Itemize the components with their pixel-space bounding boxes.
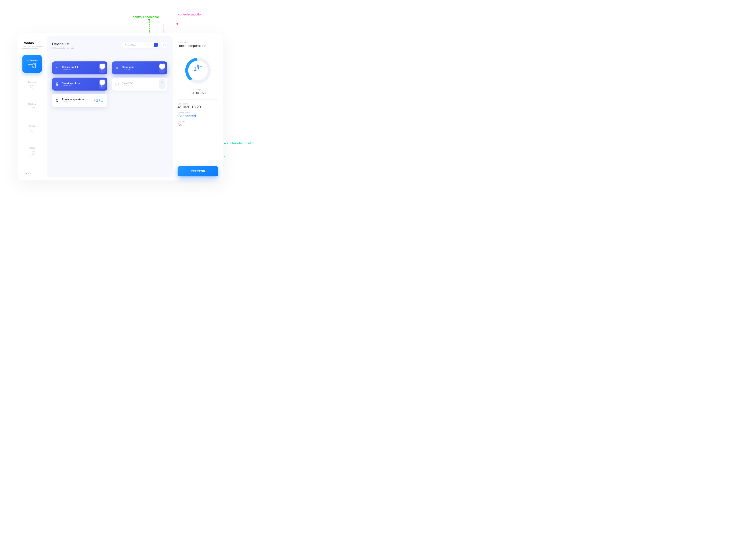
device-name: Room temperature bbox=[62, 98, 91, 101]
app-window: Rooms Select the room you want filter th… bbox=[18, 33, 223, 181]
toggle-knob bbox=[99, 64, 105, 69]
room-icon bbox=[28, 63, 36, 69]
last-update-value: 4/10/20 13:20 bbox=[178, 105, 218, 109]
room-tile-livingroom[interactable]: Livingroom bbox=[23, 55, 42, 73]
svg-point-2 bbox=[57, 83, 57, 83]
callout-hero-label: controls-hero-button bbox=[227, 141, 255, 145]
device-card-smart-speakers[interactable]: Smart speakers Connected On bbox=[52, 78, 107, 90]
search-go-button[interactable] bbox=[154, 43, 158, 47]
callout-dot bbox=[177, 23, 178, 25]
poll-rate-value: 3s bbox=[178, 123, 218, 127]
searchbar[interactable] bbox=[123, 42, 159, 48]
pager-dot[interactable] bbox=[28, 173, 29, 174]
toggle-label: On bbox=[101, 69, 103, 71]
room-label: Livingroom bbox=[27, 59, 38, 61]
device-status: Connected bbox=[62, 101, 91, 103]
main-header: Device list All the available gadgets bbox=[52, 42, 167, 49]
detail-panel: Device alias Room temperature 20°C 10°C … bbox=[173, 33, 223, 181]
main-title: Device list bbox=[52, 42, 120, 46]
device-toggle[interactable]: Off bbox=[159, 79, 165, 89]
room-label: Office bbox=[29, 125, 35, 127]
room-tile-cellar[interactable]: Cellar bbox=[23, 143, 42, 160]
room-list: Livingroom Bedroom Kitchen bbox=[23, 55, 43, 160]
room-icon bbox=[28, 151, 36, 157]
toggle-knob bbox=[99, 80, 105, 85]
room-tile-kitchen[interactable]: Kitchen bbox=[23, 99, 42, 117]
device-name: Smart TV bbox=[122, 82, 156, 84]
device-grid: Ceiling light 1 Connected On Floor lamp … bbox=[52, 61, 167, 107]
last-update-label: Last update bbox=[178, 103, 218, 105]
room-icon bbox=[28, 85, 36, 91]
range-value: -20 to +60 bbox=[178, 91, 218, 95]
room-tile-office[interactable]: Office bbox=[23, 121, 42, 138]
alias-label: Device alias bbox=[178, 41, 218, 43]
device-toggle[interactable]: On bbox=[99, 79, 106, 89]
device-status: Connected bbox=[122, 68, 156, 70]
device-toggle[interactable]: On bbox=[159, 63, 165, 73]
pager-dot[interactable] bbox=[26, 173, 27, 174]
toggle-knob bbox=[159, 83, 165, 88]
search-input[interactable] bbox=[125, 44, 154, 46]
callout-dot bbox=[148, 19, 150, 20]
device-status: Connected bbox=[62, 68, 97, 70]
refresh-icon-button[interactable] bbox=[161, 42, 167, 48]
sidebar-hint: Select the room you want filter the gadg… bbox=[23, 45, 43, 50]
sensor-reading: +17C bbox=[93, 98, 106, 103]
droplet-icon bbox=[55, 98, 60, 103]
callout-hero-line bbox=[225, 144, 225, 157]
room-label: Kitchen bbox=[28, 103, 36, 105]
main-panel: Device list All the available gadgets Ce… bbox=[47, 36, 173, 177]
ceiling-light-icon bbox=[55, 66, 60, 70]
speaker-icon bbox=[55, 81, 60, 86]
device-name: Floor lamp bbox=[122, 66, 156, 68]
toggle-label: On bbox=[101, 85, 103, 87]
sidebar: Rooms Select the room you want filter th… bbox=[18, 33, 47, 181]
device-status: Connected bbox=[122, 84, 156, 86]
device-toggle[interactable]: On bbox=[99, 63, 106, 73]
gauge-tick-left: 10°C bbox=[179, 70, 183, 71]
device-name: Smart speakers bbox=[62, 82, 97, 84]
device-card-ceiling-light[interactable]: Ceiling light 1 Connected On bbox=[52, 61, 107, 75]
callout-searchbar-label: controls-searchbar bbox=[133, 15, 159, 19]
callout-1ubutton-hline bbox=[163, 24, 177, 24]
callout-1ubutton-label: controls-1ubutton bbox=[178, 13, 202, 16]
alias-value: Room temperature bbox=[178, 44, 218, 47]
device-card-room-temperature[interactable]: Room temperature Connected +17C bbox=[52, 94, 107, 107]
temperature-gauge: 20°C 10°C 30°C 17°C bbox=[178, 52, 218, 85]
main-subtitle: All the available gadgets bbox=[52, 47, 120, 49]
pager[interactable] bbox=[26, 173, 31, 174]
pager-dot[interactable] bbox=[30, 173, 31, 174]
detail-meta: Last update 4/10/20 13:20 Sensor status … bbox=[178, 99, 218, 127]
sensor-status-label: Sensor status bbox=[178, 112, 218, 114]
refresh-button[interactable]: REFRESH bbox=[178, 166, 218, 177]
callout-dot bbox=[224, 143, 226, 144]
device-name: Ceiling light 1 bbox=[62, 66, 97, 68]
device-card-smart-tv[interactable]: Smart TV Connected Off bbox=[112, 78, 167, 90]
toggle-knob bbox=[159, 64, 165, 69]
tv-icon bbox=[115, 81, 120, 86]
toggle-label: On bbox=[161, 69, 163, 71]
room-icon bbox=[28, 129, 36, 135]
poll-rate-label: Poll rate bbox=[178, 121, 218, 123]
gauge-tick-top: 20°C bbox=[196, 53, 200, 54]
lamp-icon bbox=[115, 66, 120, 70]
gauge-reading: 17°C bbox=[193, 65, 202, 72]
gauge-tick-right: 30°C bbox=[213, 70, 217, 71]
range-label: Range bbox=[178, 88, 218, 90]
room-label: Bedroom bbox=[27, 81, 36, 83]
refresh-icon bbox=[163, 43, 166, 46]
sensor-status-value: Connected bbox=[178, 114, 218, 118]
device-card-floor-lamp[interactable]: Floor lamp Connected On bbox=[112, 61, 167, 75]
device-status: Connected bbox=[62, 84, 97, 86]
room-tile-bedroom[interactable]: Bedroom bbox=[23, 77, 42, 95]
svg-point-1 bbox=[57, 84, 58, 85]
toggle-label: Off bbox=[161, 81, 163, 83]
sidebar-title: Rooms bbox=[23, 41, 43, 45]
room-label: Cellar bbox=[29, 147, 35, 149]
svg-rect-3 bbox=[116, 83, 118, 85]
room-icon bbox=[28, 107, 36, 113]
